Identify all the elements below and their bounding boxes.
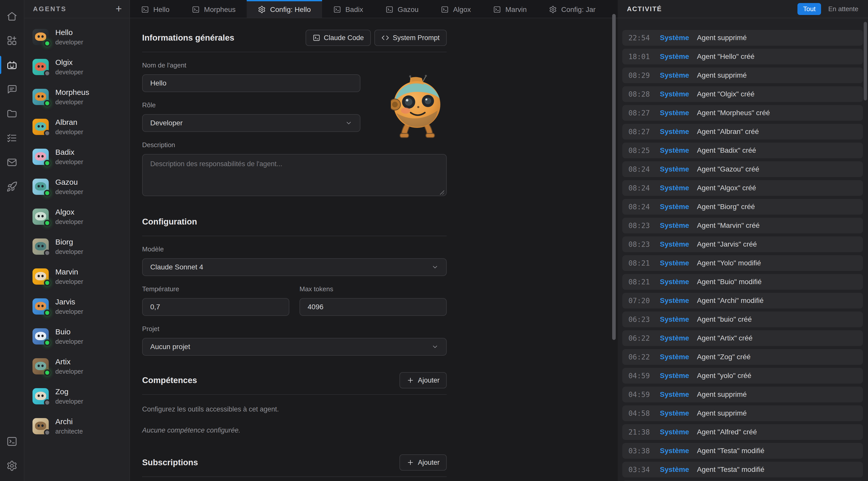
activity-row[interactable]: 08:23 Système Agent "Marvin" créé [622,218,863,233]
max-tokens-input[interactable] [300,298,447,316]
agent-role: developer [55,308,83,315]
description-textarea[interactable] [142,154,447,196]
main-scrollbar[interactable] [612,14,616,340]
project-select[interactable]: Aucun projet [142,338,447,356]
settings-gear-icon[interactable] [6,460,18,472]
temperature-input[interactable] [142,298,289,316]
activity-row[interactable]: 06:22 Système Agent "Zog" créé [622,349,863,365]
role-select[interactable]: Developer [142,114,361,132]
activity-row[interactable]: 06:23 Système Agent "buio" créé [622,312,863,327]
agent-name-input[interactable] [142,74,361,92]
activity-row[interactable]: 08:21 Système Agent "Buio" modifié [622,274,863,290]
tab[interactable]: Config: Hello [247,0,322,18]
activity-row[interactable]: 08:28 Système Agent "Olgix" créé [622,86,863,102]
tab[interactable]: Marvin [482,0,538,18]
activity-row[interactable]: 08:23 Système Agent "Jarvis" créé [622,236,863,252]
agent-list-item[interactable]: Jarvis developer [30,295,124,318]
activity-row[interactable]: 08:29 Système Agent supprimé [622,67,863,83]
activity-header: ACTIVITÉ Tout En attente [618,0,868,18]
activity-row[interactable]: 04:58 Système Agent supprimé [622,406,863,421]
activity-row[interactable]: 08:27 Système Agent "Albran" créé [622,124,863,139]
activity-row[interactable]: 04:59 Système Agent supprimé [622,387,863,403]
rocket-icon[interactable] [6,181,18,193]
activity-row[interactable]: 08:24 Système Agent "Biorg" créé [622,199,863,215]
agent-name: Albran [55,118,83,127]
tab-label: Gazou [398,6,419,14]
agent-role: developer [55,38,83,46]
activity-row[interactable]: 08:24 Système Agent "Gazou" créé [622,161,863,177]
system-prompt-button[interactable]: System Prompt [374,30,447,46]
activity-title: ACTIVITÉ [627,5,662,13]
agent-role: developer [55,218,83,226]
tab-icon [385,6,393,13]
activity-row[interactable]: 08:27 Système Agent "Morpheus" créé [622,105,863,121]
agent-list-item[interactable]: Olgix developer [30,55,124,78]
agent-list-item[interactable]: Gazou developer [30,175,124,198]
tab[interactable]: Hello [130,0,181,18]
agent-avatar [32,209,49,225]
activity-scrollbar[interactable] [864,22,867,100]
mail-icon[interactable] [6,156,18,168]
claude-code-button[interactable]: Claude Code [306,30,371,46]
activity-message: Agent "Hello" créé [697,53,754,61]
activity-row[interactable]: 07:20 Système Agent "Archi" modifié [622,293,863,309]
activity-message: Agent "Gazou" créé [697,165,760,173]
agent-list-item[interactable]: Archi architecte [30,415,124,438]
agent-avatar [32,238,49,255]
tab-label: Config: Hello [270,6,311,14]
agent-name-label: Nom de l'agent [142,61,447,69]
tab[interactable]: Badix [322,0,374,18]
chat-icon[interactable] [6,83,18,95]
agent-list-item[interactable]: Buio developer [30,325,124,348]
agent-list-item[interactable]: Marvin developer [30,265,124,288]
activity-time: 08:27 [628,128,660,136]
activity-message: Agent "Zog" créé [697,353,750,361]
activity-row[interactable]: 04:59 Système Agent "yolo" créé [622,368,863,384]
tasks-icon[interactable] [6,132,18,144]
agent-list-item[interactable]: Zog developer [30,385,124,408]
tab[interactable]: Algox [430,0,482,18]
add-agent-button[interactable]: + [116,4,122,14]
activity-row[interactable]: 03:38 Système Agent "Testa" modifié [622,443,863,459]
folder-icon[interactable] [6,107,18,120]
agent-list-item[interactable]: Algox developer [30,205,124,228]
tab[interactable]: Config: Jar [538,0,607,18]
filter-pending-button[interactable]: En attente [828,5,858,13]
terminal-icon[interactable] [6,435,18,448]
activity-row[interactable]: 21:38 Système Agent "Alfred" créé [622,424,863,440]
agent-list-item[interactable]: Badix developer [30,145,124,168]
tab-icon [258,6,266,13]
tab[interactable]: Morpheus [181,0,247,18]
activity-row[interactable]: 08:24 Système Agent "Algox" créé [622,180,863,196]
activity-row[interactable]: 03:34 Système Agent "Testa" modifié [622,462,863,477]
agent-list-item[interactable]: Morpheus developer [30,85,124,108]
home-icon[interactable] [6,10,18,22]
activity-row[interactable]: 08:21 Système Agent "Yolo" modifié [622,255,863,271]
activity-row[interactable]: 22:54 Système Agent supprimé [622,30,863,46]
status-dot [44,220,51,226]
activity-time: 06:23 [628,315,660,324]
add-skill-button[interactable]: Ajouter [400,372,447,388]
agent-list-item[interactable]: Artix developer [30,355,124,378]
activity-row[interactable]: 08:25 Système Agent "Badix" créé [622,142,863,158]
tab[interactable]: Gazou [374,0,430,18]
status-dot [44,130,51,136]
activity-time: 08:21 [628,278,660,286]
agent-list-item[interactable]: Albran developer [30,115,124,138]
filter-all-button[interactable]: Tout [798,3,821,15]
activity-time: 08:29 [628,71,660,79]
activity-row[interactable]: 06:22 Système Agent "Artix" créé [622,330,863,346]
agent-list-item[interactable]: Biorg developer [30,235,124,258]
model-select[interactable]: Claude Sonnet 4 [142,258,447,276]
activity-time: 03:38 [628,447,660,455]
tab-icon [141,6,149,13]
activity-row[interactable]: 18:01 Système Agent "Hello" créé [622,49,863,64]
apps-plus-icon[interactable] [6,34,18,47]
activity-source: Système [660,353,688,361]
chevron-down-icon [345,120,352,127]
add-subscription-button[interactable]: Ajouter [400,454,447,471]
agents-bot-icon[interactable] [6,59,18,71]
agent-list-item[interactable]: Hello developer [30,25,124,49]
agent-role: developer [55,248,83,255]
section-title-subscriptions: Subscriptions [142,458,198,467]
